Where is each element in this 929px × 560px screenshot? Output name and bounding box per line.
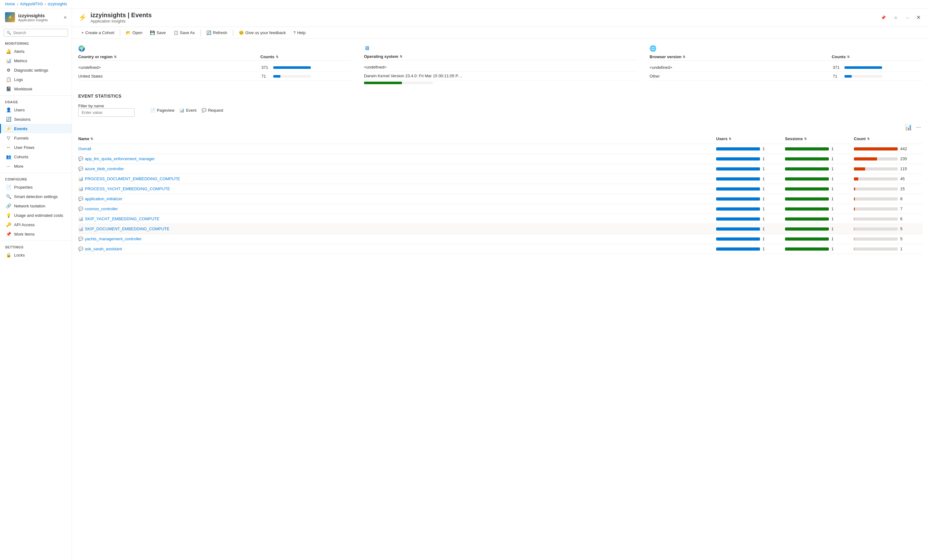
event-name-link[interactable]: 💬azure_blob_controller: [78, 167, 713, 171]
sidebar-header: ⚡ izzyinsights Application Insights «: [0, 8, 72, 26]
sidebar-item-smart-detection[interactable]: 🔍 Smart detection settings: [0, 192, 72, 201]
pageview-filter-btn[interactable]: 📄 Pageview: [150, 108, 174, 113]
feedback-button[interactable]: 😊 Give us your feedback: [236, 29, 289, 37]
filter-type-buttons: 📄 Pageview 📊 Event 💬 Request: [150, 108, 223, 113]
refresh-button[interactable]: 🔄 Refresh: [203, 29, 230, 37]
sidebar-item-workbook[interactable]: 📓 Workbook: [0, 84, 72, 93]
sidebar-item-logs[interactable]: 📋 Logs: [0, 75, 72, 84]
sidebar-item-properties[interactable]: 📄 Properties: [0, 182, 72, 192]
filter-input[interactable]: [78, 108, 135, 117]
event-name-link[interactable]: 📊SKIP_DOCUMENT_EMBEDDING_COMPUTE: [78, 226, 713, 231]
event-name-link[interactable]: 📊PROCESS_YACHT_EMBEDDING_COMPUTE: [78, 187, 713, 191]
save-button[interactable]: 💾 Save: [147, 29, 169, 37]
api-access-icon: 🔑: [6, 222, 11, 227]
table-row: 📊PROCESS_DOCUMENT_EMBEDDING_COMPUTE1145: [78, 174, 923, 184]
table-row: 💬azure_blob_controller11115: [78, 164, 923, 174]
breadcrumb-resource-group[interactable]: AIAppsWTH3: [20, 2, 43, 6]
pin-icon: 📌: [881, 15, 886, 20]
refresh-icon: 🔄: [206, 31, 211, 35]
browser-sort-icon-2[interactable]: ⇅: [847, 55, 849, 58]
save-as-button[interactable]: 📋 Save As: [170, 29, 198, 37]
section-title-configure: Configure: [0, 175, 72, 182]
table-more-button[interactable]: ···: [914, 123, 923, 132]
sidebar-item-locks[interactable]: 🔒 Locks: [0, 250, 72, 260]
open-button[interactable]: 📂 Open: [123, 29, 146, 37]
ellipsis-icon: ···: [906, 15, 909, 20]
breadcrumb: Home › AIAppsWTH3 › izzyinsights: [0, 0, 929, 8]
event-name-link[interactable]: Overall: [78, 147, 713, 151]
os-table-icon: 🖥: [364, 45, 637, 52]
sidebar-collapse-button[interactable]: «: [64, 14, 67, 20]
sidebar-item-cohorts[interactable]: 👥 Cohorts: [0, 152, 72, 161]
counts-col-header: Counts ⇅: [261, 54, 351, 59]
sidebar-item-work-items[interactable]: 📌 Work Items: [0, 230, 72, 239]
section-title-settings: Settings: [0, 243, 72, 250]
sidebar-item-alerts[interactable]: 🔔 Alerts: [0, 47, 72, 56]
browser-sort-icon[interactable]: ⇅: [683, 55, 685, 58]
main-content: 🌍 Country or region ⇅ Counts ⇅ <undefine…: [72, 39, 929, 560]
breadcrumb-resource[interactable]: izzyinsights: [48, 2, 67, 6]
request-filter-btn[interactable]: 💬 Request: [202, 108, 223, 113]
name-col-header: Name ⇅: [78, 134, 716, 144]
event-type-icon: 💬: [78, 156, 83, 161]
work-items-icon: 📌: [6, 231, 11, 237]
sidebar-item-usage-costs[interactable]: 💡 Usage and estimated costs: [0, 211, 72, 220]
sidebar-item-funnels[interactable]: ▽ Funnels: [0, 133, 72, 143]
sidebar-item-more[interactable]: ··· More: [0, 161, 72, 171]
event-name-link[interactable]: 📊PROCESS_DOCUMENT_EMBEDDING_COMPUTE: [78, 176, 713, 181]
search-input[interactable]: [13, 31, 65, 35]
sidebar-item-network-isolation[interactable]: 🔗 Network Isolation: [0, 201, 72, 211]
count-sort-icon[interactable]: ⇅: [867, 137, 869, 141]
sidebar-item-sessions[interactable]: 🔄 Sessions: [0, 115, 72, 124]
event-type-icon: 📊: [78, 216, 83, 221]
os-sort-icon[interactable]: ⇅: [400, 55, 402, 58]
sidebar-item-users[interactable]: 👤 Users: [0, 105, 72, 115]
users-icon: 👤: [6, 107, 11, 112]
sidebar-item-api-access[interactable]: 🔑 API Access: [0, 220, 72, 230]
table-row: 📊SKIP_YACHT_EMBEDDING_COMPUTE116: [78, 214, 923, 224]
users-sort-icon[interactable]: ⇅: [729, 137, 731, 141]
sidebar-item-userflows[interactable]: ↔ User Flows: [0, 143, 72, 152]
breadcrumb-home[interactable]: Home: [5, 2, 15, 6]
event-name-link[interactable]: 💬application_initializer: [78, 196, 713, 201]
sort-icon[interactable]: ⇅: [114, 55, 117, 58]
table-row: 💬application_initializer118: [78, 194, 923, 204]
sidebar-item-events[interactable]: ⚡ Events: [0, 124, 72, 133]
event-type-icon: 📊: [78, 226, 83, 231]
event-name-link[interactable]: 📊SKIP_YACHT_EMBEDDING_COMPUTE: [78, 216, 713, 221]
event-name-link[interactable]: 💬yachts_management_controller: [78, 237, 713, 241]
os-row-0: <undefined>: [364, 63, 637, 72]
create-cohort-button[interactable]: + Create a Cohort: [78, 29, 117, 37]
country-table-icon: 🌍: [78, 45, 351, 52]
sidebar-item-metrics[interactable]: 📊 Metrics: [0, 56, 72, 66]
table-export-icon: 📊: [905, 124, 912, 131]
sessions-sort-icon[interactable]: ⇅: [804, 137, 806, 141]
logs-icon: 📋: [6, 77, 11, 82]
pageview-icon: 📄: [150, 108, 155, 113]
request-icon: 💬: [202, 108, 207, 113]
open-icon: 📂: [126, 31, 131, 35]
page-service: Application Insights: [90, 19, 152, 23]
network-icon: 🔗: [6, 203, 11, 208]
close-button[interactable]: ✕: [914, 12, 923, 23]
alerts-icon: 🔔: [6, 49, 11, 54]
country-row-0: <undefined> 371: [78, 63, 351, 72]
sidebar-item-diagnostic[interactable]: ⚙ Diagnostic settings: [0, 66, 72, 75]
event-filter-btn[interactable]: 📊 Event: [179, 108, 196, 113]
page-title: izzyinsights | Events: [90, 12, 152, 19]
favorite-button[interactable]: ☆: [891, 14, 901, 21]
event-name-link[interactable]: 💬ask_sarah_assistant: [78, 246, 713, 251]
help-button[interactable]: ? Help: [290, 29, 309, 37]
table-actions: 📊 ···: [78, 123, 923, 132]
name-sort-icon[interactable]: ⇅: [90, 137, 93, 141]
browser-counts-col-header: Counts ⇅: [832, 54, 923, 59]
sort-icon-2[interactable]: ⇅: [276, 55, 278, 58]
event-type-icon: 📊: [78, 176, 83, 181]
more-actions-button[interactable]: ···: [903, 14, 912, 21]
help-icon: ?: [293, 31, 296, 35]
table-row: 💬ask_sarah_assistant111: [78, 244, 923, 254]
pin-button[interactable]: 📌: [878, 14, 889, 21]
feedback-icon: 😊: [239, 31, 244, 35]
event-name-link[interactable]: 💬cosmos_controller: [78, 207, 713, 211]
event-name-link[interactable]: 💬app_llm_quota_enforcement_manager: [78, 156, 713, 161]
